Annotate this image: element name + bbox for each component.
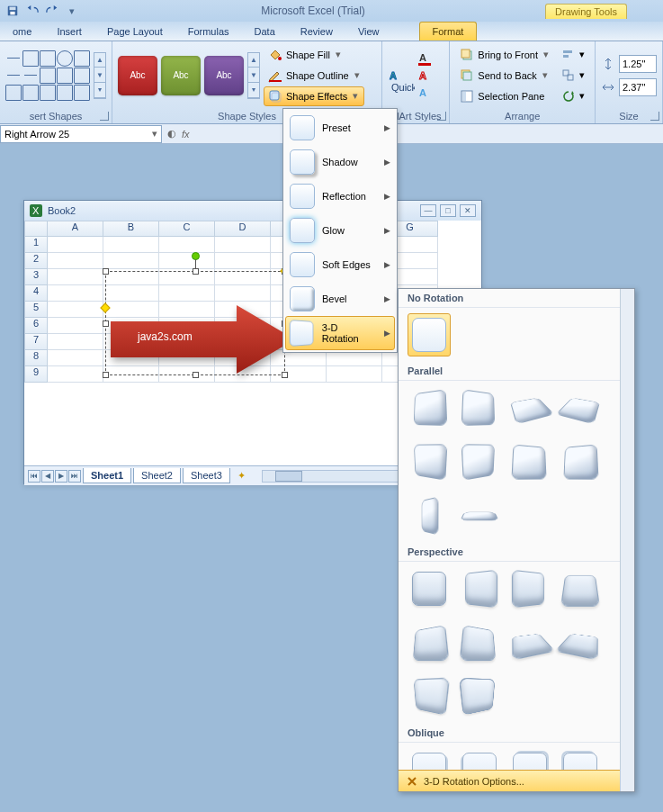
soft-edges-icon [290,252,315,277]
rotation-preset[interactable] [408,386,451,429]
close-button[interactable]: ✕ [460,204,476,217]
resize-handle[interactable] [193,372,199,378]
rotation-preset[interactable] [458,386,501,429]
sheet-tab[interactable]: Sheet3 [183,468,230,483]
rotation-preset[interactable] [458,567,501,610]
group-size: Size [596,41,663,123]
gallery-header: No Rotation [399,289,620,308]
sheet-tab[interactable]: Sheet1 [83,468,131,483]
shape-effects-menu: Preset▶ Shadow▶ Reflection▶ Glow▶ Soft E… [282,108,398,353]
group-button[interactable]: ▾ [557,66,589,86]
sheet-tab[interactable]: Sheet2 [133,468,181,483]
tab-formulas[interactable]: Formulas [175,23,242,41]
rotation-preset[interactable] [508,621,551,664]
shape-fill-button[interactable]: Shape Fill▾ [264,45,364,65]
tab-review[interactable]: Review [288,23,345,41]
shape-height-input[interactable] [619,55,657,73]
shape-width-input[interactable] [619,78,657,96]
maximize-button[interactable]: □ [440,204,456,217]
resize-handle[interactable] [103,268,109,275]
resize-handle[interactable] [103,372,109,378]
send-to-back-button[interactable]: Send to Back▾ [455,66,553,86]
selection-pane-icon [460,89,474,104]
shapes-scroll[interactable]: ▲▼▾ [94,52,106,99]
menu-glow[interactable]: Glow▶ [285,213,395,248]
rotation-preset[interactable] [408,494,451,537]
workbook-titlebar[interactable]: X Book2 — □ ✕ [24,201,481,221]
shape-outline-button[interactable]: Shape Outline▾ [264,66,364,86]
svg-rect-16 [463,72,471,80]
rotation-preset[interactable] [458,675,501,718]
rotation-preset[interactable] [408,567,451,610]
name-box[interactable]: Right Arrow 25▾ [0,125,162,143]
rotation-preset[interactable] [559,621,602,664]
tab-view[interactable]: View [345,23,392,41]
styles-scroll[interactable]: ▲▼▾ [247,52,260,99]
bring-to-front-button[interactable]: Bring to Front▾ [455,45,553,65]
style-preview[interactable]: Abc [118,56,157,95]
minimize-button[interactable]: — [420,204,436,217]
rotation-preset[interactable] [408,675,451,718]
text-fill-button[interactable]: A [417,50,435,67]
dialog-launcher-icon[interactable] [100,112,109,121]
style-preview[interactable]: Abc [204,56,244,95]
menu-bevel[interactable]: Bevel▶ [285,282,395,316]
sheet-nav[interactable]: ⏮◀▶⏭ [28,470,81,483]
rotate-button[interactable]: ▾ [557,86,589,106]
svg-rect-18 [462,92,466,101]
rotation-preset[interactable] [458,494,501,537]
shapes-gallery[interactable] [5,50,90,101]
ribbon-tabs: ome Insert Page Layout Formulas Data Rev… [0,22,663,41]
qat-customize-button[interactable]: ▾ [63,2,81,20]
tab-home[interactable]: ome [0,23,44,41]
tab-format[interactable]: Format [419,22,478,41]
resize-handle[interactable] [103,320,109,327]
menu-3d-rotation[interactable]: 3-D Rotation▶ [285,316,395,350]
dialog-launcher-icon[interactable] [437,112,446,121]
menu-shadow[interactable]: Shadow▶ [285,145,395,179]
align-icon [561,48,576,62]
column-headers[interactable]: ABCDEFG [24,221,481,237]
new-sheet-button[interactable]: ✦ [232,470,251,482]
text-outline-button[interactable]: A [417,68,435,84]
rotation-options-button[interactable]: 3-D Rotation Options... [399,770,620,791]
redo-button[interactable] [43,2,61,20]
rotation-preset[interactable] [508,386,551,429]
text-effects-button[interactable]: A [417,85,435,101]
svg-rect-20 [563,55,569,58]
style-preview[interactable]: Abc [161,56,201,95]
group-arrange: Bring to Front▾ Send to Back▾ Selection … [450,41,596,123]
fx-icon[interactable]: fx [182,129,190,140]
save-button[interactable] [4,2,22,20]
rotation-preset[interactable] [458,621,501,664]
chevron-down-icon[interactable]: ▾ [152,128,157,140]
align-button[interactable]: ▾ [557,45,589,65]
rotation-preset[interactable] [508,567,551,610]
undo-button[interactable] [23,2,41,20]
rotation-preset[interactable] [559,386,602,429]
shape-effects-button[interactable]: Shape Effects▾ [264,86,364,106]
gallery-scrollbar[interactable] [620,289,634,791]
resize-handle[interactable] [193,268,199,275]
menu-soft-edges[interactable]: Soft Edges▶ [285,248,395,282]
rotation-preset[interactable] [458,440,501,483]
workbook-title: Book2 [48,205,76,216]
svg-text:Quick: Quick [391,82,415,93]
tab-data[interactable]: Data [242,23,288,41]
menu-reflection[interactable]: Reflection▶ [285,179,395,213]
selection-box[interactable] [105,271,285,375]
selection-pane-button[interactable]: Selection Pane [455,86,553,106]
rotation-preset[interactable] [408,440,451,483]
rotation-preset-none[interactable] [408,313,451,356]
wordart-quick-styles[interactable]: AQuick [388,58,415,94]
tab-page-layout[interactable]: Page Layout [94,23,175,41]
rotation-preset[interactable] [408,621,451,664]
dialog-launcher-icon[interactable] [650,112,659,121]
rotation-preset[interactable] [559,567,602,610]
resize-handle[interactable] [282,372,288,378]
menu-preset[interactable]: Preset▶ [285,111,395,145]
tab-insert[interactable]: Insert [44,23,94,41]
fx-split-icon[interactable]: ◐ [167,128,176,140]
rotation-preset[interactable] [508,440,551,483]
rotation-preset[interactable] [559,440,602,483]
